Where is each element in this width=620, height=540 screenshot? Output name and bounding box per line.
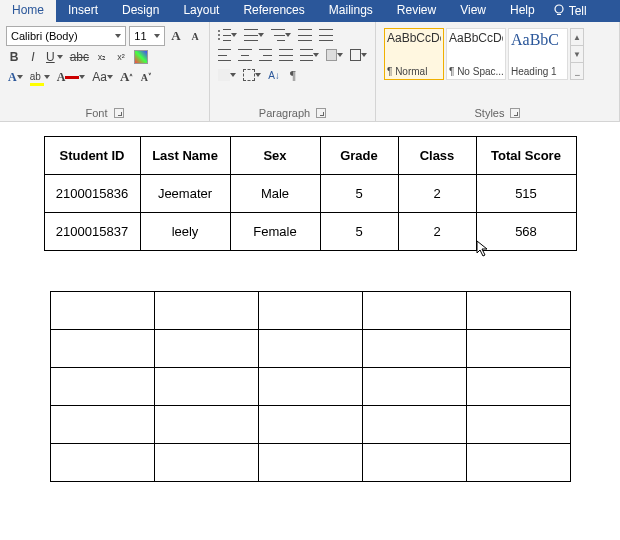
th-student-id[interactable]: Student ID	[44, 137, 140, 175]
table-cell[interactable]: 515	[476, 175, 576, 213]
table-cell[interactable]: Male	[230, 175, 320, 213]
line-spacing-button[interactable]	[298, 46, 321, 64]
table-cell[interactable]	[258, 368, 362, 406]
table-cell[interactable]: leely	[140, 213, 230, 251]
highlight-button[interactable]: ab	[28, 68, 52, 86]
th-sex[interactable]: Sex	[230, 137, 320, 175]
text-effects-button[interactable]	[132, 48, 150, 66]
table-cell[interactable]	[466, 368, 570, 406]
table-cell[interactable]	[466, 292, 570, 330]
tab-view[interactable]: View	[448, 0, 498, 22]
tab-design[interactable]: Design	[110, 0, 171, 22]
table-cell[interactable]: 2	[398, 175, 476, 213]
subscript-button[interactable]: x₂	[94, 48, 110, 66]
document-canvas[interactable]: Student ID Last Name Sex Grade Class Tot…	[0, 122, 620, 540]
paragraph-dialog-launcher[interactable]	[316, 108, 326, 118]
style-nospacing[interactable]: AaBbCcDc ¶ No Spac...	[446, 28, 506, 80]
tab-home[interactable]: Home	[0, 0, 56, 22]
strike-button[interactable]: abc	[68, 48, 91, 66]
chevron-down-icon	[107, 75, 113, 79]
table-cell[interactable]	[362, 292, 466, 330]
tab-layout[interactable]: Layout	[171, 0, 231, 22]
table-cell[interactable]	[50, 292, 154, 330]
table-cell[interactable]	[154, 330, 258, 368]
table-cell[interactable]	[258, 292, 362, 330]
students-table[interactable]: Student ID Last Name Sex Grade Class Tot…	[44, 136, 577, 251]
underline-button[interactable]: U	[44, 48, 65, 66]
superscript-button[interactable]: x²	[113, 48, 129, 66]
change-case-button[interactable]: Aa	[90, 68, 115, 86]
tab-review[interactable]: Review	[385, 0, 448, 22]
bullets-icon	[218, 29, 231, 41]
table-cell[interactable]: Female	[230, 213, 320, 251]
style-heading1[interactable]: AaBbC Heading 1	[508, 28, 568, 80]
shrink-font-button[interactable]: A	[187, 27, 203, 45]
align-right-button[interactable]	[257, 46, 274, 64]
align-justify-button[interactable]	[277, 46, 294, 64]
table-cell[interactable]: 2	[398, 213, 476, 251]
clear-format-button[interactable]: A˄	[118, 68, 135, 86]
table-cell[interactable]: 5	[320, 175, 398, 213]
styles-expand[interactable]: ⎯	[571, 63, 583, 79]
table-cell[interactable]	[154, 292, 258, 330]
table-cell[interactable]	[362, 406, 466, 444]
bullets-button[interactable]	[216, 26, 239, 44]
table-cell[interactable]	[362, 330, 466, 368]
styles-scroll-down[interactable]: ▼	[571, 46, 583, 63]
table-cell[interactable]	[154, 368, 258, 406]
grow-font-button[interactable]: A	[168, 27, 184, 45]
table-cell[interactable]	[466, 330, 570, 368]
table-cell[interactable]	[258, 444, 362, 482]
table-cell[interactable]	[258, 330, 362, 368]
table-cell[interactable]	[154, 444, 258, 482]
styles-dialog-launcher[interactable]	[510, 108, 520, 118]
th-class[interactable]: Class	[398, 137, 476, 175]
table-cell[interactable]: 568	[476, 213, 576, 251]
th-last-name[interactable]: Last Name	[140, 137, 230, 175]
table-cell[interactable]	[466, 444, 570, 482]
font-family-select[interactable]: Calibri (Body)	[6, 26, 126, 46]
th-grade[interactable]: Grade	[320, 137, 398, 175]
table-cell[interactable]	[154, 406, 258, 444]
multilevel-button[interactable]	[269, 26, 293, 44]
align-center-button[interactable]	[236, 46, 253, 64]
numbering-button[interactable]	[242, 26, 266, 44]
shading-button[interactable]	[324, 46, 345, 64]
th-total-score[interactable]: Total Score	[476, 137, 576, 175]
tab-mailings[interactable]: Mailings	[317, 0, 385, 22]
empty-table[interactable]	[50, 291, 571, 482]
table-cell[interactable]	[258, 406, 362, 444]
tab-insert[interactable]: Insert	[56, 0, 110, 22]
indent-inc-button[interactable]	[317, 26, 335, 44]
table-cell[interactable]: Jeemater	[140, 175, 230, 213]
borders-button[interactable]	[348, 46, 369, 64]
clear-format2-button[interactable]: A˅	[138, 68, 154, 86]
table-cell[interactable]	[50, 330, 154, 368]
styles-scroll-up[interactable]: ▲	[571, 29, 583, 46]
table-cell[interactable]	[50, 406, 154, 444]
sort-button[interactable]: A↓	[266, 66, 282, 84]
table-cell[interactable]: 2100015837	[44, 213, 140, 251]
align-left-button[interactable]	[216, 46, 233, 64]
table-cell[interactable]	[50, 444, 154, 482]
table-cell[interactable]	[362, 368, 466, 406]
table-cell[interactable]	[362, 444, 466, 482]
style-normal[interactable]: AaBbCcDc ¶ Normal	[384, 28, 444, 80]
tab-references[interactable]: References	[231, 0, 316, 22]
table-cell[interactable]: 2100015836	[44, 175, 140, 213]
font-dialog-launcher[interactable]	[114, 108, 124, 118]
indent-dec-button[interactable]	[296, 26, 314, 44]
font-color-button[interactable]: A	[6, 68, 25, 86]
italic-button[interactable]: I	[25, 48, 41, 66]
table-cell[interactable]	[50, 368, 154, 406]
bold-button[interactable]: B	[6, 48, 22, 66]
table-cell[interactable]	[466, 406, 570, 444]
table-cell[interactable]: 5	[320, 213, 398, 251]
tab-help[interactable]: Help	[498, 0, 547, 22]
font-size-select[interactable]: 11	[129, 26, 165, 46]
shading2-button[interactable]	[216, 66, 238, 84]
tell-me[interactable]: Tell	[547, 0, 593, 22]
show-marks-button[interactable]: ¶	[285, 66, 301, 84]
border2-button[interactable]	[241, 66, 263, 84]
font-color2-button[interactable]: A	[55, 68, 88, 86]
